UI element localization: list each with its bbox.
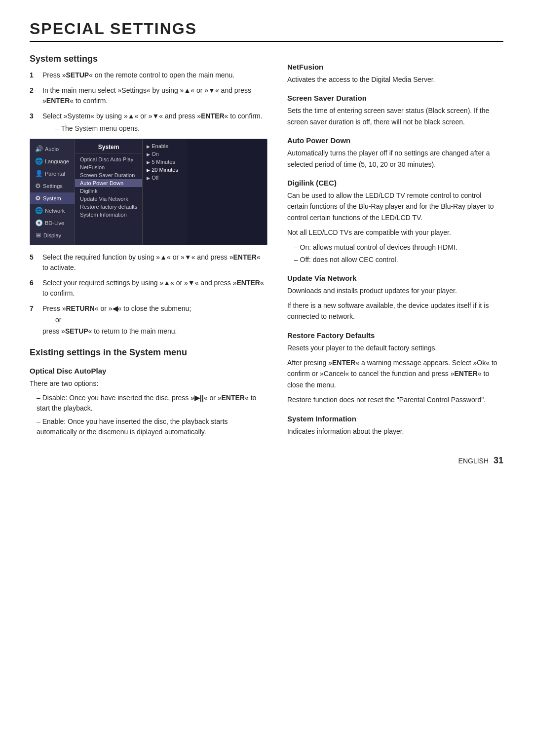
step-5: 5 Select the required function by using … — [30, 252, 267, 273]
sub-on: On — [143, 150, 187, 158]
sidebar-system: ⚙ System — [30, 192, 75, 204]
step-6: 6 Select your required settings by using… — [30, 278, 267, 299]
setup-key-7: SETUP — [65, 327, 88, 335]
menu-main-panel: System Optical Disc Auto Play NetFusion … — [75, 139, 143, 245]
parental-icon: 👤 — [35, 170, 43, 177]
down-key-2: ▼ — [208, 86, 215, 94]
bdlive-icon: 💿 — [35, 219, 43, 227]
digilink-text1: Can be used to allow the LED/LCD TV remo… — [287, 190, 503, 223]
up-key-5: ▲ — [160, 253, 167, 261]
menu-item-screensaver: Screen Saver Duration — [75, 171, 142, 179]
sidebar-audio: 🔊 Audio — [30, 143, 75, 154]
step-1-num: 1 — [30, 70, 38, 80]
right-column: NetFusion Activates the access to the Di… — [287, 54, 503, 441]
language-icon: 🌐 — [35, 157, 43, 165]
auto-power-text: Automatically turns the player off if no… — [287, 148, 503, 170]
page-num: 31 — [494, 455, 503, 465]
optical-disc-intro: There are two options: — [30, 378, 267, 389]
sidebar-bdlive-label: BD-Live — [45, 220, 64, 226]
step-6-content: Select your required settings by using »… — [42, 278, 267, 299]
digilink-list: On: allows mutual control of devices thr… — [287, 242, 503, 265]
digilink-text2: Not all LED/LCD TVs are compatible with … — [287, 227, 503, 238]
sidebar-system-label: System — [43, 195, 61, 201]
step-1-content: Press »SETUP« on the remote control to o… — [42, 70, 267, 80]
netfusion-title: NetFusion — [287, 63, 503, 71]
sub-off: Off — [143, 174, 187, 182]
system-menu-screenshot: 🔊 Audio 🌐 Language 👤 Parental ⚙ Settings… — [30, 139, 267, 245]
sidebar-language-label: Language — [45, 158, 69, 164]
sidebar-settings: ⚙ Settings — [30, 180, 75, 191]
menu-item-restore: Restore factory defaults — [75, 203, 142, 211]
sidebar-display-label: Display — [43, 232, 61, 238]
language-label: ENGLISH — [458, 457, 489, 465]
restore-factory-text2: After presing »ENTER« a warning message … — [287, 357, 503, 390]
step-7-or: or — [55, 315, 267, 325]
optical-disable: Disable: Once you have inserted the disc… — [37, 393, 267, 414]
steps-after-list: 5 Select the required function by using … — [30, 252, 267, 337]
sidebar-network: 🌐 Network — [30, 205, 75, 216]
play-pause-key: ▶|| — [194, 394, 204, 402]
restore-factory-text1: Resets your player to the default factor… — [287, 342, 503, 353]
step-3: 3 Select »System« by using »▲« or »▼« an… — [30, 111, 267, 134]
page-title: SPECIAL SETTINGS — [30, 20, 503, 42]
menu-sub-panel: Enable On 5 Minutes 20 Minutes Off — [143, 139, 187, 245]
digilink-off: Off: does not allow CEC control. — [294, 255, 503, 265]
sidebar-bdlive: 💿 BD-Live — [30, 217, 75, 228]
sidebar-audio-label: Audio — [45, 146, 59, 152]
enter-key-6: ENTER — [237, 279, 260, 287]
step-1: 1 Press »SETUP« on the remote control to… — [30, 70, 267, 80]
sub-enable: Enable — [143, 142, 187, 150]
restore-factory-title: Restore Factory Defaults — [287, 331, 503, 340]
menu-sidebar: 🔊 Audio 🌐 Language 👤 Parental ⚙ Settings… — [30, 139, 75, 245]
update-network-text2: If there is a new software available, th… — [287, 300, 503, 322]
menu-item-netfusion: NetFusion — [75, 163, 142, 171]
menu-main-title: System — [75, 142, 142, 153]
optical-disc-title: Optical Disc AutoPlay — [30, 367, 267, 375]
screen-saver-title: Screen Saver Duration — [287, 94, 503, 102]
up-key-2: ▲ — [184, 86, 190, 94]
system-icon: ⚙ — [35, 194, 41, 202]
up-key-6: ▲ — [163, 279, 170, 287]
sidebar-display: 🖥 Display — [30, 229, 75, 241]
system-info-title: System Information — [287, 415, 503, 423]
restore-factory-text3: Restore function does not reset the "Par… — [287, 394, 503, 405]
update-network-text1: Downloads and installs product updates f… — [287, 285, 503, 296]
down-key-5: ▼ — [185, 253, 191, 261]
system-settings-title: System settings — [30, 54, 267, 64]
settings-icon: ⚙ — [35, 182, 41, 189]
system-info-text: Indicates information about the player. — [287, 426, 503, 437]
enter-key-3: ENTER — [201, 112, 224, 120]
step-5-num: 5 — [30, 252, 38, 273]
up-key-3: ▲ — [128, 112, 135, 120]
menu-item-optical: Optical Disc Auto Play — [75, 155, 142, 163]
digilink-title: Digilink (CEC) — [287, 179, 503, 187]
step-2-num: 2 — [30, 85, 38, 106]
menu-item-autopowerdown: Auto Power Down — [75, 179, 142, 187]
step-3-num: 3 — [30, 111, 38, 134]
step-6-num: 6 — [30, 278, 38, 299]
screen-saver-text: Sets the time of entering screen saver s… — [287, 105, 503, 127]
menu-item-sysinfo: System Information — [75, 211, 142, 219]
enter-key-2: ENTER — [46, 97, 70, 105]
step-7-content: Press »RETURN« or »◀« to close the subme… — [42, 303, 267, 337]
network-icon: 🌐 — [35, 207, 43, 214]
optical-enable: Enable: Once you have inserted the disc,… — [37, 416, 267, 437]
audio-icon: 🔊 — [35, 145, 43, 152]
step-3-note: – The System menu opens. — [55, 123, 267, 134]
optical-disc-list: Disable: Once you have inserted the disc… — [30, 393, 267, 437]
steps-list: 1 Press »SETUP« on the remote control to… — [30, 70, 267, 134]
left-column: System settings 1 Press »SETUP« on the r… — [30, 54, 267, 441]
step-2-content: In the main menu select »Settings« by us… — [42, 85, 267, 106]
step-7: 7 Press »RETURN« or »◀« to close the sub… — [30, 303, 267, 337]
step-3-content: Select »System« by using »▲« or »▼« and … — [42, 111, 267, 134]
menu-item-updatenetwork: Update Via Network — [75, 195, 142, 203]
enter-key-5: ENTER — [233, 253, 257, 261]
existing-settings-title: Existing settings in the System menu — [30, 347, 267, 358]
step-7-num: 7 — [30, 303, 38, 337]
enter-key-restore2: ENTER — [454, 370, 477, 378]
netfusion-text: Activates the access to the Digital Medi… — [287, 74, 503, 85]
setup-key-1: SETUP — [66, 71, 89, 79]
sidebar-parental-label: Parental — [45, 171, 65, 177]
back-key-7: ◀ — [113, 304, 118, 312]
enter-key-restore: ENTER — [332, 359, 355, 367]
